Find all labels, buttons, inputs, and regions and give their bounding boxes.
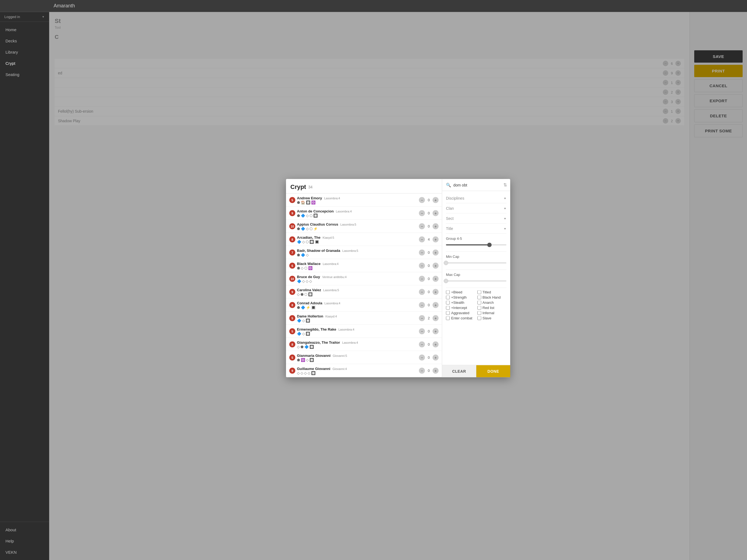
cb-aggravated[interactable]: Aggravated xyxy=(446,311,475,315)
cb-strength[interactable]: +Strength xyxy=(446,295,475,299)
min-cap-slider-thumb[interactable] xyxy=(444,261,448,265)
blackhand-checkbox[interactable] xyxy=(478,295,481,299)
qty-minus-btn[interactable]: − xyxy=(419,236,425,242)
qty-minus-btn[interactable]: − xyxy=(419,341,425,347)
sidebar-item-decks[interactable]: Decks xyxy=(0,35,49,47)
logged-in-menu[interactable]: Logged in ▼ xyxy=(0,12,49,22)
strength-checkbox[interactable] xyxy=(446,295,450,299)
cb-slave[interactable]: Slave xyxy=(478,316,507,320)
group-label: Group 4-5 xyxy=(446,236,506,240)
aggravated-checkbox[interactable] xyxy=(446,311,450,315)
done-button[interactable]: DONE xyxy=(476,365,510,377)
cb-anarch[interactable]: Anarch xyxy=(478,301,507,305)
sidebar-item-home[interactable]: Home xyxy=(0,24,49,35)
card-disciplines: ◇ ⬟ 🔷 🔲 xyxy=(297,345,417,349)
sidebar-item-help[interactable]: Help xyxy=(0,535,49,546)
card-info: Dame Hollerton Kiasyd:4 🔷 ◇ 🔲 xyxy=(297,314,417,322)
cb-infernal[interactable]: Infernal xyxy=(478,311,507,315)
stealth-checkbox[interactable] xyxy=(446,301,450,304)
qty-plus-btn[interactable]: + xyxy=(433,289,439,295)
sidebar-item-seating[interactable]: Seating xyxy=(0,69,49,80)
card-clan: Ventrue antitribu:4 xyxy=(322,275,346,279)
cb-bleed[interactable]: +Bleed xyxy=(446,290,475,294)
crypt-modal: Crypt34 5 Andrew Emory Lasombra:4 ⬟ � xyxy=(286,179,510,377)
qty-plus-btn[interactable]: + xyxy=(433,236,439,242)
qty-minus-btn[interactable]: − xyxy=(419,249,425,255)
min-cap-label: Min Cap xyxy=(446,255,506,259)
redlist-checkbox[interactable] xyxy=(478,306,481,309)
intercept-checkbox[interactable] xyxy=(446,306,450,309)
crypt-item-carolina: 9 Carolina Valez Lasombra:5 ◇ ⬟ ⬡ 🔲 xyxy=(286,285,442,299)
sidebar-item-about[interactable]: About xyxy=(0,524,49,535)
discipline-icon: ⬟ xyxy=(301,292,304,296)
discipline-icon: 🔲 xyxy=(306,332,310,335)
titled-checkbox[interactable] xyxy=(478,290,481,294)
qty-plus-btn[interactable]: + xyxy=(433,354,439,360)
infernal-checkbox[interactable] xyxy=(478,311,481,315)
card-info: Andrew Emory Lasombra:4 ⬟ 🏠 🔲 🔯 xyxy=(297,196,417,204)
discipline-icon: 🔲 xyxy=(306,319,310,322)
qty-minus-btn[interactable]: − xyxy=(419,367,425,374)
slave-checkbox[interactable] xyxy=(478,316,481,320)
discipline-icon: 🔲 xyxy=(308,292,312,296)
card-name: Carolina Valez xyxy=(297,288,321,292)
qty-plus-btn[interactable]: + xyxy=(433,197,439,203)
discipline-icon: 🔲 xyxy=(306,201,310,204)
cb-intercept[interactable]: +Intercept xyxy=(446,306,475,310)
group-slider-thumb[interactable] xyxy=(487,243,492,247)
qty-minus-btn[interactable]: − xyxy=(419,302,425,308)
qty-plus-btn[interactable]: + xyxy=(433,302,439,308)
sidebar-item-library[interactable]: Library xyxy=(0,47,49,58)
qty-plus-btn[interactable]: + xyxy=(433,249,439,255)
title-dropdown[interactable]: Title ▼ xyxy=(446,224,506,234)
qty-plus-btn[interactable]: + xyxy=(433,367,439,374)
qty-control: − 0 + xyxy=(419,197,439,203)
qty-control: − 0 + xyxy=(419,367,439,374)
card-info: Ermenegildo, The Rake Lasombra:4 🔷 ◇ 🔲 xyxy=(297,327,417,335)
qty-plus-btn[interactable]: + xyxy=(433,210,439,216)
qty-minus-btn[interactable]: − xyxy=(419,223,425,229)
qty-plus-btn[interactable]: + xyxy=(433,328,439,334)
qty-plus-btn[interactable]: + xyxy=(433,341,439,347)
qty-minus-btn[interactable]: − xyxy=(419,315,425,321)
qty-plus-btn[interactable]: + xyxy=(433,276,439,282)
discipline-icon: ⬟ xyxy=(297,266,300,270)
max-cap-slider-thumb[interactable] xyxy=(444,279,448,283)
card-cap: 10 xyxy=(289,223,295,229)
qty-minus-btn[interactable]: − xyxy=(419,276,425,282)
qty-plus-btn[interactable]: + xyxy=(433,315,439,321)
qty-minus-btn[interactable]: − xyxy=(419,262,425,269)
cb-titled[interactable]: Titled xyxy=(478,290,507,294)
sect-dropdown[interactable]: Sect ▼ xyxy=(446,213,506,224)
qty-value: 2 xyxy=(427,316,431,320)
cb-stealth[interactable]: +Stealth xyxy=(446,301,475,305)
anarch-checkbox[interactable] xyxy=(478,301,481,304)
card-cap: 8 xyxy=(289,236,295,242)
qty-minus-btn[interactable]: − xyxy=(419,210,425,216)
sort-icon[interactable]: ⇅ xyxy=(504,182,507,187)
search-icon: 🔍 xyxy=(446,182,451,187)
crypt-item-bruce: 10 Bruce de Guy Ventrue antitribu:4 🔷 ◇ … xyxy=(286,272,442,285)
discipline-icon: ⬟ xyxy=(297,306,300,309)
qty-minus-btn[interactable]: − xyxy=(419,197,425,203)
qty-control: − 0 + xyxy=(419,262,439,269)
clear-button[interactable]: CLEAR xyxy=(442,365,476,377)
search-input[interactable] xyxy=(453,183,501,187)
card-cap: 5 xyxy=(289,197,295,203)
cb-entercombat[interactable]: Enter combat xyxy=(446,316,475,320)
disciplines-dropdown[interactable]: Disciplines ▼ xyxy=(446,193,506,203)
bleed-checkbox[interactable] xyxy=(446,290,450,294)
cb-blackhand[interactable]: Black Hand xyxy=(478,295,507,299)
qty-plus-btn[interactable]: + xyxy=(433,223,439,229)
clan-dropdown[interactable]: Clan ▼ xyxy=(446,203,506,213)
qty-plus-btn[interactable]: + xyxy=(433,262,439,269)
entercombat-checkbox[interactable] xyxy=(446,316,450,320)
qty-minus-btn[interactable]: − xyxy=(419,354,425,360)
sidebar-item-crypt[interactable]: Crypt xyxy=(0,58,49,69)
cb-redlist[interactable]: Red list xyxy=(478,306,507,310)
sidebar-item-vekn[interactable]: VEKN xyxy=(0,546,49,558)
qty-minus-btn[interactable]: − xyxy=(419,328,425,334)
qty-control: − 0 + xyxy=(419,341,439,347)
qty-minus-btn[interactable]: − xyxy=(419,289,425,295)
card-disciplines: ◇ ◇ ◇ ◇ 🔲 xyxy=(297,371,417,375)
